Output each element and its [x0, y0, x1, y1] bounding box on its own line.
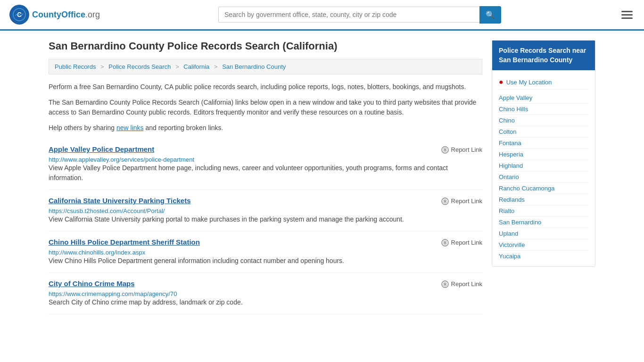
- search-area: 🔍: [218, 6, 501, 24]
- sidebar-link-rialto[interactable]: Rialto: [499, 206, 588, 217]
- report-icon-0: [441, 145, 449, 154]
- menu-button[interactable]: [619, 9, 635, 21]
- page-title: San Bernardino County Police Records Sea…: [49, 40, 482, 52]
- results-list: Apple Valley Police Department Report Li…: [49, 139, 482, 314]
- description-2: The San Bernardino County Police Records…: [49, 98, 482, 117]
- report-icon-1: [441, 197, 449, 205]
- result-title-3[interactable]: City of Chino Crime Maps: [49, 280, 135, 288]
- location-pin-icon: ●: [499, 78, 504, 86]
- logo-text: CountyOffice.org: [32, 10, 100, 20]
- sidebar-link-colton[interactable]: Colton: [499, 126, 588, 138]
- logo[interactable]: C CountyOffice.org: [9, 5, 100, 25]
- result-title-2[interactable]: Chino Hills Police Department Sheriff St…: [49, 238, 200, 246]
- sidebar-body: ● Use My Location Apple ValleyChino Hill…: [492, 70, 595, 266]
- report-link-0[interactable]: Report Link: [441, 145, 482, 154]
- result-url-0[interactable]: http://www.applevalley.org/services/poli…: [49, 156, 194, 163]
- breadcrumb: Public Records > Police Records Search >…: [49, 59, 482, 74]
- result-desc-3: Search City of Chino crime map by addres…: [49, 297, 482, 307]
- result-desc-1: View California State University parking…: [49, 214, 482, 224]
- search-icon: 🔍: [486, 11, 495, 19]
- use-my-location-label: Use My Location: [506, 79, 552, 86]
- sidebar-link-yucaipa[interactable]: Yucaipa: [499, 251, 588, 262]
- new-links-link[interactable]: new links: [116, 124, 144, 132]
- report-icon-2: [441, 238, 449, 247]
- sidebar-link-apple-valley[interactable]: Apple Valley: [499, 92, 588, 104]
- sidebar-link-hesperia[interactable]: Hesperia: [499, 149, 588, 160]
- report-link-1[interactable]: Report Link: [441, 197, 482, 205]
- sidebar-link-fontana[interactable]: Fontana: [499, 138, 588, 149]
- result-desc-0: View Apple Valley Police Department home…: [49, 163, 482, 183]
- result-item: California State University Parking Tick…: [49, 190, 482, 231]
- search-input[interactable]: [218, 7, 479, 23]
- breadcrumb-california[interactable]: California: [183, 63, 209, 70]
- result-url-1[interactable]: https://csusb.t2hosted.com/Account/Porta…: [49, 207, 165, 214]
- result-url-3[interactable]: https://www.crimemapping.com/map/agency/…: [49, 290, 177, 297]
- menu-icon: [621, 11, 633, 12]
- result-item: Apple Valley Police Department Report Li…: [49, 139, 482, 190]
- report-link-2[interactable]: Report Link: [441, 238, 482, 247]
- search-button[interactable]: 🔍: [479, 6, 501, 24]
- result-title-1[interactable]: California State University Parking Tick…: [49, 197, 191, 205]
- breadcrumb-police-records[interactable]: Police Records Search: [108, 63, 171, 70]
- sidebar-header: Police Records Search near San Bernardin…: [492, 41, 595, 70]
- sidebar-link-rancho-cucamonga[interactable]: Rancho Cucamonga: [499, 183, 588, 194]
- description-1: Perform a free San Bernardino County, CA…: [49, 82, 482, 92]
- breadcrumb-county[interactable]: San Bernardino County: [222, 63, 286, 70]
- sidebar: Police Records Search near San Bernardin…: [492, 40, 595, 314]
- report-icon-3: [441, 280, 449, 288]
- sidebar-link-ontario[interactable]: Ontario: [499, 172, 588, 183]
- menu-icon: [621, 14, 633, 16]
- result-item: City of Chino Crime Maps Report Link htt…: [49, 273, 482, 314]
- sidebar-link-chino-hills[interactable]: Chino Hills: [499, 104, 588, 115]
- menu-icon: [621, 17, 633, 19]
- sidebar-link-highland[interactable]: Highland: [499, 160, 588, 172]
- sidebar-links: Apple ValleyChino HillsChinoColtonFontan…: [499, 92, 588, 262]
- description-3: Help others by sharing new links and rep…: [49, 123, 482, 133]
- sidebar-link-chino[interactable]: Chino: [499, 115, 588, 126]
- sidebar-link-redlands[interactable]: Redlands: [499, 194, 588, 206]
- sidebar-link-upland[interactable]: Upland: [499, 228, 588, 239]
- result-item: Chino Hills Police Department Sheriff St…: [49, 231, 482, 273]
- result-title-0[interactable]: Apple Valley Police Department: [49, 145, 154, 153]
- sidebar-link-san-bernardino[interactable]: San Bernardino: [499, 217, 588, 228]
- result-url-2[interactable]: http://www.chinohills.org/index.aspx: [49, 249, 145, 256]
- sidebar-link-victorville[interactable]: Victorville: [499, 239, 588, 251]
- result-desc-2: View Chino Hills Police Department gener…: [49, 256, 482, 266]
- breadcrumb-public-records[interactable]: Public Records: [55, 63, 96, 70]
- logo-icon: C: [9, 5, 29, 25]
- report-link-3[interactable]: Report Link: [441, 280, 482, 288]
- use-my-location-button[interactable]: ● Use My Location: [499, 75, 588, 90]
